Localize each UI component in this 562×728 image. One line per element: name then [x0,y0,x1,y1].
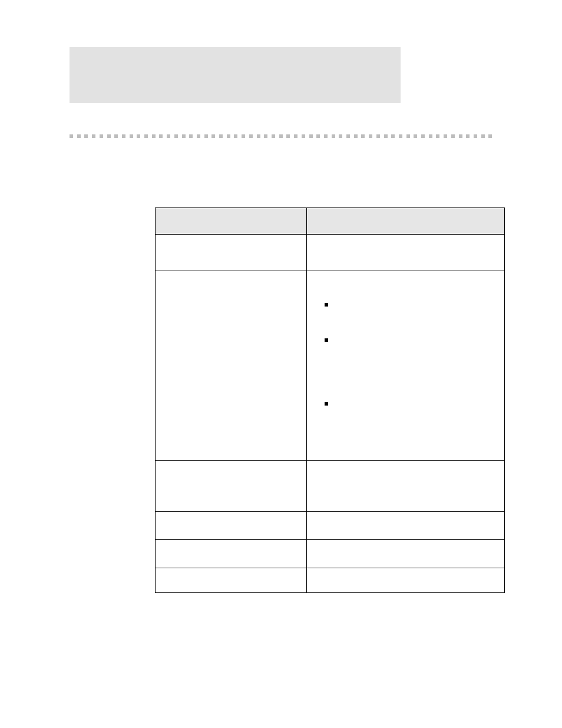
table-cell [156,540,307,568]
table-cell [156,512,307,539]
table-cell [307,540,504,568]
dotted-divider [70,134,492,138]
table-cell [156,235,307,271]
table-cell [156,568,307,592]
bullet-icon [325,402,328,406]
table-header-cell [307,208,504,234]
table-cell [156,461,307,511]
table-cell [307,461,504,511]
bullet-icon [325,338,328,342]
table-cell [307,271,504,460]
header-block [70,47,401,103]
table-row [156,511,504,539]
table-header-row [156,208,504,234]
table-cell [307,235,504,271]
data-table [155,207,505,593]
table-row [156,568,504,592]
table-header-cell [156,208,307,234]
table-cell [307,512,504,539]
table-row [156,539,504,568]
table-row [156,460,504,511]
bullet-icon [325,303,328,307]
table-row [156,271,504,460]
table-cell [307,568,504,592]
table-cell [156,271,307,460]
table-row [156,234,504,271]
